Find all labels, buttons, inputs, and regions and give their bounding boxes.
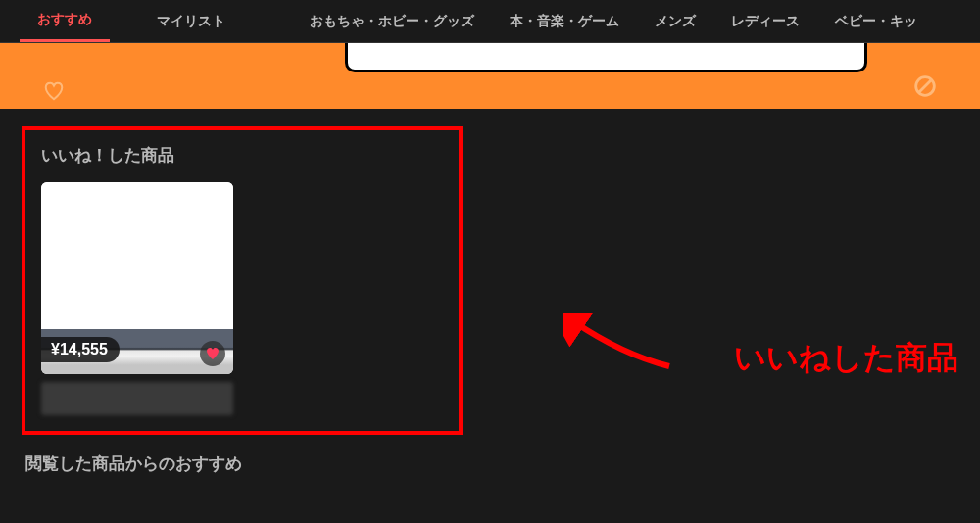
tab-mens[interactable]: メンズ <box>637 0 713 42</box>
liked-products-section: いいね！した商品 ¥14,555 <box>22 126 463 435</box>
svg-line-1 <box>918 79 932 93</box>
promo-banner-card <box>345 43 867 72</box>
recommendations-section-title: 閲覧した商品からのおすすめ <box>25 452 958 475</box>
price-chip: ¥14,555 <box>41 337 120 362</box>
tab-mylist[interactable]: マイリスト <box>139 0 243 42</box>
heart-decoration-icon <box>43 80 65 102</box>
annotation-text: いいねした商品 <box>734 337 958 380</box>
annotation-callout: いいねした商品 <box>734 337 958 380</box>
product-title-blurred <box>41 382 233 415</box>
tab-baby-kids[interactable]: ベビー・キッ <box>817 0 935 42</box>
category-tabs: おすすめ マイリスト おもちゃ・ホビー・グッズ 本・音楽・ゲーム メンズ レディ… <box>0 0 980 43</box>
liked-section-title: いいね！した商品 <box>41 144 443 166</box>
tab-ladies[interactable]: レディース <box>713 0 817 42</box>
heart-icon <box>205 346 220 361</box>
tab-books-music-games[interactable]: 本・音楽・ゲーム <box>492 0 637 42</box>
circle-decoration-icon <box>911 72 939 100</box>
product-card[interactable]: ¥14,555 <box>41 182 233 415</box>
annotation-arrow <box>564 313 671 380</box>
like-button[interactable] <box>200 341 225 366</box>
tab-recommended[interactable]: おすすめ <box>20 0 110 42</box>
product-image[interactable]: ¥14,555 <box>41 182 233 374</box>
promo-banner[interactable] <box>0 43 980 109</box>
tab-toys-hobby[interactable]: おもちゃ・ホビー・グッズ <box>292 0 492 42</box>
